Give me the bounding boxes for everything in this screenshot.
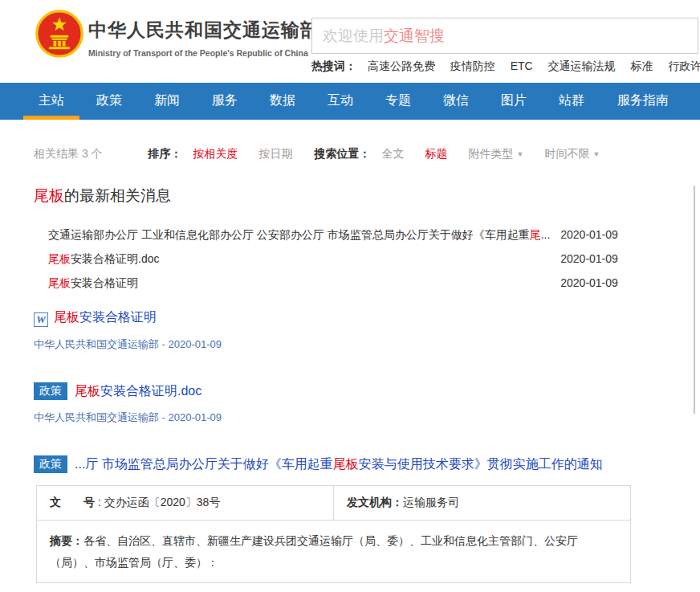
main-nav: 主站 政策 新闻 服务 数据 互动 专题 微信 图片 站群 服务指南 (0, 83, 700, 120)
nav-item-service-guide[interactable]: 服务指南 (600, 83, 686, 120)
site-title-cn: 中华人民共和国交通运输部 (88, 18, 319, 43)
nav-item-wechat[interactable]: 微信 (427, 83, 485, 120)
news-item[interactable]: 尾板安装合格证明 2020-01-09 (48, 271, 626, 295)
hot-word-link[interactable]: ETC (511, 59, 533, 72)
sort-by-date[interactable]: 按日期 (259, 147, 293, 160)
word-doc-icon: W (34, 312, 48, 327)
heading-rest: 的最新相关消息 (64, 187, 171, 204)
related-news-heading: 尾板的最新相关消息 (34, 186, 700, 206)
right-divider (694, 186, 695, 414)
scope-title[interactable]: 标题 (425, 147, 448, 160)
page: 中华人民共和国交通运输部 Ministry of Transport of th… (0, 0, 700, 592)
issuer-label: 发文机构 (347, 496, 392, 508)
nav-item-news[interactable]: 新闻 (138, 83, 196, 120)
issuer-cell: 发文机构：运输服务司 (334, 486, 631, 521)
time-range-label: 时间不限 (545, 147, 590, 160)
result-title-keyword: 尾板 (333, 457, 359, 471)
summary-label: 摘要 (50, 534, 72, 547)
search-scope-group: 搜索位置：全文标题 (315, 147, 448, 161)
national-emblem-icon (35, 10, 83, 58)
attachment-type-filter[interactable]: 附件类型▼ (469, 147, 524, 161)
search-placeholder-prefix: 欢迎使用 (323, 27, 384, 44)
doc-number-value: 交办运函〔2020〕38号 (104, 496, 221, 508)
table-row: 文 号 : 交办运函〔2020〕38号 发文机构：运输服务司 (37, 486, 631, 521)
policy-badge: 政策 (34, 382, 67, 400)
issuer-separator: ： (392, 496, 403, 508)
doc-number-separator: : (95, 496, 104, 508)
result-title-row: W尾板安装合格证明 (34, 309, 700, 327)
hot-word-link[interactable]: 交通运输法规 (548, 59, 616, 72)
result-title-link[interactable]: 尾板安装合格证明.doc (75, 384, 201, 398)
result-title-text: ...厅 市场监管总局办公厅关于做好《车用起重 (75, 457, 333, 471)
sort-group: 排序：按相关度按日期 (149, 147, 293, 161)
nav-item-topics[interactable]: 专题 (369, 83, 427, 120)
news-item[interactable]: 尾板安装合格证明.doc 2020-01-09 (48, 247, 626, 271)
nav-item-site-group[interactable]: 站群 (543, 83, 600, 120)
summary-cell: 摘要：各省、自治区、直辖市、新疆生产建设兵团交通运输厅（局、委）、工业和信息化主… (37, 521, 631, 583)
nav-item-services[interactable]: 服务 (196, 83, 254, 120)
news-item-title: 交通运输部办公厅 工业和信息化部办公厅 公安部办公厅 市场监管总局办公厅关于做好… (48, 223, 554, 247)
result-title-text: 安装合格证明 (79, 310, 157, 324)
national-emblem-logo (35, 10, 83, 58)
hot-words-label: 热搜词： (311, 59, 356, 72)
hot-word-link[interactable]: 标准 (630, 59, 653, 72)
site-title-en: Ministry of Transport of the People's Re… (88, 48, 319, 58)
policy-badge: 政策 (34, 455, 67, 473)
news-title-text: 安装合格证明 (71, 276, 138, 289)
related-news-list: 交通运输部办公厅 工业和信息化部办公厅 公安部办公厅 市场监管总局办公厅关于做好… (48, 223, 700, 295)
news-item-title: 尾板安装合格证明.doc (48, 247, 554, 271)
site-title: 中华人民共和国交通运输部 Ministry of Transport of th… (88, 18, 319, 58)
result-source: 中华人民共和国交通运输部 - 2020-01-09 (34, 337, 700, 352)
news-title-keyword: 尾板 (48, 276, 71, 289)
nav-item-policy[interactable]: 政策 (80, 83, 138, 120)
sort-label: 排序： (149, 147, 182, 160)
nav-item-interaction[interactable]: 互动 (311, 83, 369, 120)
result-title-row: 政策...厅 市场监管总局办公厅关于做好《车用起重尾板安装与使用技术要求》贯彻实… (34, 455, 700, 473)
site-header: 中华人民共和国交通运输部 Ministry of Transport of th… (0, 0, 700, 83)
search-placeholder-highlight: 交通智搜 (384, 27, 445, 44)
news-item-date: 2020-01-09 (560, 223, 626, 247)
search-result: W尾板安装合格证明 中华人民共和国交通运输部 - 2020-01-09 (34, 309, 700, 352)
scope-fulltext[interactable]: 全文 (382, 147, 405, 160)
news-title-text: 交通运输部办公厅 工业和信息化部办公厅 公安部办公厅 市场监管总局办公厅关于做好… (48, 228, 530, 241)
doc-number-label: 文 号 (50, 496, 95, 508)
result-title-link[interactable]: ...厅 市场监管总局办公厅关于做好《车用起重尾板安装与使用技术要求》贯彻实施工… (75, 457, 603, 471)
document-meta-table: 文 号 : 交办运函〔2020〕38号 发文机构：运输服务司 摘要：各省、自治区… (36, 485, 631, 583)
news-title-text: ... (541, 228, 551, 241)
result-count: 相关结果 3 个 (34, 147, 103, 161)
table-row: 摘要：各省、自治区、直辖市、新疆生产建设兵团交通运输厅（局、委）、工业和信息化主… (37, 521, 631, 583)
news-item-title: 尾板安装合格证明 (48, 271, 554, 295)
result-title-link[interactable]: 尾板安装合格证明 (54, 310, 157, 324)
nav-item-main-site[interactable]: 主站 (22, 83, 80, 120)
result-title-text: 安装与使用技术要求》贯彻实施工作的通知 (359, 457, 603, 471)
search-input[interactable]: 欢迎使用交通智搜 (311, 18, 698, 54)
issuer-value: 运输服务司 (403, 496, 459, 508)
filter-bar: 相关结果 3 个 排序：按相关度按日期 搜索位置：全文标题 附件类型▼ 时间不限… (34, 147, 700, 161)
summary-value: 各省、自治区、直辖市、新疆生产建设兵团交通运输厅（局、委）、工业和信息化主管部门… (50, 534, 578, 569)
news-title-keyword: 尾板 (48, 252, 71, 265)
news-item-date: 2020-01-09 (560, 271, 626, 295)
search-scope-label: 搜索位置： (315, 147, 371, 160)
news-title-text: 安装合格证明.doc (71, 252, 159, 265)
result-title-row: 政策尾板安装合格证明.doc (34, 382, 700, 400)
hot-word-link[interactable]: 疫情防控 (450, 59, 495, 72)
hot-word-link[interactable]: 高速公路免费 (368, 59, 435, 72)
doc-number-cell: 文 号 : 交办运函〔2020〕38号 (37, 486, 334, 521)
hot-words-bar: 热搜词： 高速公路免费 疫情防控 ETC 交通运输法规 标准 行政许可 (311, 59, 700, 74)
sort-by-relevance[interactable]: 按相关度 (193, 147, 238, 160)
nav-item-data[interactable]: 数据 (254, 83, 311, 120)
heading-keyword: 尾板 (34, 187, 64, 204)
search-result: 政策...厅 市场监管总局办公厅关于做好《车用起重尾板安装与使用技术要求》贯彻实… (34, 455, 700, 592)
search-result: 政策尾板安装合格证明.doc 中华人民共和国交通运输部 - 2020-01-09 (34, 382, 700, 425)
chevron-down-icon: ▼ (517, 150, 524, 158)
news-item-date: 2020-01-09 (560, 247, 626, 271)
nav-item-images[interactable]: 图片 (485, 83, 543, 120)
result-title-text: 安装合格证明.doc (100, 384, 201, 398)
time-range-filter[interactable]: 时间不限▼ (545, 147, 600, 161)
result-title-keyword: 尾板 (75, 384, 100, 398)
news-item[interactable]: 交通运输部办公厅 工业和信息化部办公厅 公安部办公厅 市场监管总局办公厅关于做好… (48, 223, 626, 247)
result-source: 中华人民共和国交通运输部 - 2020-01-09 (34, 410, 700, 425)
attachment-type-label: 附件类型 (469, 147, 514, 160)
hot-word-link[interactable]: 行政许可 (668, 59, 700, 72)
result-title-keyword: 尾板 (54, 310, 79, 324)
